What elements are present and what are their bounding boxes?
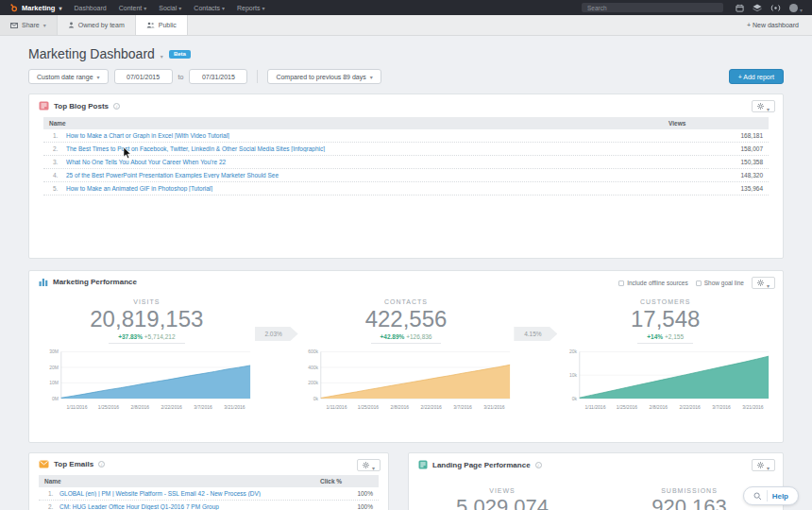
dashboard-switcher-chevron-icon[interactable] — [161, 45, 163, 62]
column-header-name[interactable]: Name — [39, 478, 320, 484]
bar-chart-icon — [39, 278, 48, 286]
conversion-arrow: 2.03% — [255, 327, 298, 341]
info-icon[interactable] — [98, 461, 105, 468]
new-dashboard-button[interactable]: + New dashboard — [734, 15, 812, 35]
svg-text:2/8/2016: 2/8/2016 — [390, 404, 409, 410]
nav-item-social[interactable]: Social — [159, 5, 181, 11]
chevron-down-icon — [144, 5, 146, 11]
chevron-down-icon — [800, 0, 803, 16]
share-button[interactable]: Share — [0, 15, 58, 35]
email-icon — [39, 460, 49, 468]
date-from-field[interactable] — [114, 69, 173, 84]
table-row[interactable]: 3. What No One Tells You About Your Care… — [43, 156, 769, 169]
svg-text:20M: 20M — [49, 365, 59, 370]
nav-item-contacts[interactable]: Contacts — [194, 5, 225, 11]
beta-badge: Beta — [169, 50, 191, 59]
add-report-button[interactable]: + Add report — [729, 69, 784, 84]
table-row[interactable]: 2. CM: HUG Leader Office Hour Digest Q1-… — [39, 501, 379, 510]
svg-text:0k: 0k — [572, 396, 578, 401]
svg-text:0M: 0M — [52, 396, 59, 401]
metric-value: 17,548 — [631, 306, 700, 332]
chevron-down-icon — [178, 5, 181, 11]
envelope-icon — [10, 23, 18, 28]
blog-post-link[interactable]: 25 of the Best PowerPoint Presentation E… — [66, 172, 663, 178]
nav-item-dashboard[interactable]: Dashboard — [74, 5, 106, 11]
top-emails-card: Top Emails Name Click % 1. GLOBAL (en) |… — [28, 452, 389, 510]
table-row[interactable]: 2. The Best Times to Post on Facebook, T… — [43, 143, 769, 156]
svg-text:30M: 30M — [49, 348, 59, 354]
table-row[interactable]: 1. GLOBAL (en) | PM | Website Platform -… — [39, 487, 379, 501]
table-row[interactable]: 1. How to Make a Chart or Graph in Excel… — [43, 129, 769, 143]
svg-text:3/21/2016: 3/21/2016 — [224, 404, 245, 410]
include-offline-checkbox[interactable]: Include offline sources — [618, 280, 688, 286]
page-title: Marketing Dashboard — [28, 46, 155, 61]
blog-icon — [39, 101, 49, 110]
svg-text:2/8/2016: 2/8/2016 — [130, 404, 149, 410]
svg-text:2/22/2016: 2/22/2016 — [420, 404, 442, 410]
chevron-down-icon — [59, 4, 61, 12]
svg-text:1/11/2016: 1/11/2016 — [67, 404, 88, 410]
info-icon[interactable] — [535, 462, 542, 468]
compare-dropdown[interactable]: Compared to previous 89 days — [267, 69, 381, 84]
metric-label: CONTACTS — [384, 298, 428, 305]
tab-owned-by-team[interactable]: Owned by team — [58, 15, 136, 35]
table-row[interactable]: 5. How to Make an Animated GIF in Photos… — [43, 182, 769, 196]
svg-text:1/25/2016: 1/25/2016 — [357, 404, 379, 410]
nav-item-content[interactable]: Content — [119, 5, 147, 11]
help-button[interactable]: Help — [743, 486, 799, 505]
checkbox-icon — [696, 280, 702, 286]
top-blog-posts-card: Top Blog Posts Name Views 1. How to Make… — [28, 94, 784, 259]
search-input[interactable] — [582, 3, 723, 12]
metric-value: 5,029,074 — [456, 495, 549, 510]
email-link[interactable]: CM: HUG Leader Office Hour Digest Q1-201… — [59, 503, 320, 510]
visits-metric: VISITS 20,819,153 +37.83% +5,714,212 0M1… — [39, 293, 255, 416]
app-window: Marketing Dashboard Content Social Conta… — [0, 0, 812, 510]
svg-text:400k: 400k — [308, 365, 318, 370]
chevron-down-icon — [262, 5, 265, 11]
landing-settings-button[interactable] — [752, 459, 775, 471]
metric-delta: +14% +2,155 — [637, 333, 693, 344]
gear-icon — [757, 103, 764, 110]
emails-settings-button[interactable] — [357, 459, 381, 471]
brand-label: Marketing — [22, 4, 55, 12]
broadcast-icon[interactable] — [770, 4, 781, 12]
column-header-views[interactable]: Views — [663, 120, 769, 127]
email-link[interactable]: GLOBAL (en) | PM | Website Platform - SS… — [59, 490, 320, 497]
info-icon[interactable] — [113, 103, 120, 110]
metric-label: VISITS — [133, 298, 160, 305]
account-menu[interactable] — [789, 0, 803, 16]
landing-page-icon — [418, 460, 428, 469]
blog-post-link[interactable]: How to Make an Animated GIF in Photoshop… — [66, 185, 663, 192]
calendar-icon[interactable] — [736, 4, 744, 12]
visits-to-contacts-rate: 2.03% — [255, 327, 298, 341]
column-header-name[interactable]: Name — [43, 120, 663, 127]
show-goal-line-checkbox[interactable]: Show goal line — [696, 280, 744, 286]
brand-menu[interactable]: Marketing — [9, 4, 61, 12]
blog-post-link[interactable]: The Best Times to Post on Facebook, Twit… — [66, 145, 663, 152]
blog-post-link[interactable]: How to Make a Chart or Graph in Excel [W… — [66, 132, 663, 139]
blog-post-link[interactable]: What No One Tells You About Your Career … — [66, 159, 663, 165]
gear-icon — [757, 462, 764, 468]
nav-item-reports[interactable]: Reports — [237, 5, 265, 11]
svg-text:10k: 10k — [569, 372, 578, 378]
table-row[interactable]: 4. 25 of the Best PowerPoint Presentatio… — [43, 169, 769, 182]
svg-text:0k: 0k — [313, 396, 318, 401]
date-range-dropdown[interactable]: Custom date range — [28, 69, 109, 84]
hubspot-sprocket-icon — [9, 4, 18, 12]
tab-public[interactable]: Public — [136, 15, 188, 35]
date-to-field[interactable] — [189, 69, 247, 84]
card-title: Landing Page Performance — [432, 461, 531, 469]
metric-value: 20,819,153 — [90, 306, 203, 332]
views-metric: VIEWS 5,029,074 +50.22% +1,681,221 — [409, 482, 596, 510]
performance-settings-button[interactable] — [752, 277, 775, 289]
svg-text:1/11/2016: 1/11/2016 — [585, 404, 606, 410]
svg-text:1/25/2016: 1/25/2016 — [98, 404, 120, 410]
checkbox-icon — [618, 280, 624, 286]
chevron-down-icon — [222, 5, 225, 11]
column-header-click[interactable]: Click % — [320, 478, 379, 484]
marketplace-icon[interactable] — [753, 4, 762, 12]
metric-value: 422,556 — [365, 306, 448, 332]
blog-settings-button[interactable] — [752, 100, 775, 112]
landing-page-performance-card: Landing Page Performance VIEWS 5,029,074… — [408, 452, 784, 510]
avatar — [789, 4, 798, 12]
